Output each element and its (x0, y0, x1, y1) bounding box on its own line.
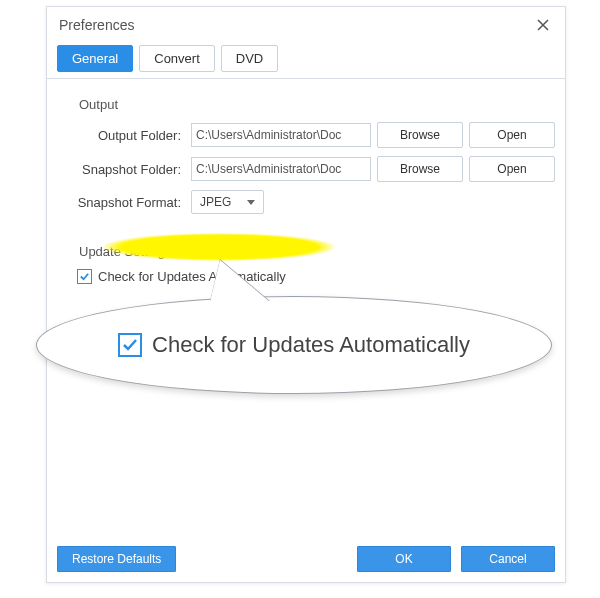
chevron-down-icon (247, 200, 255, 205)
snapshot-open-button[interactable]: Open (469, 156, 555, 182)
callout-body: Check for Updates Automatically (36, 296, 552, 394)
tab-dvd[interactable]: DVD (221, 45, 278, 72)
titlebar: Preferences (47, 7, 565, 39)
snapshot-format-row: Snapshot Format: JPEG (65, 190, 555, 214)
snapshot-format-select[interactable]: JPEG (191, 190, 264, 214)
check-updates-row: Check for Updates Automatically (77, 269, 555, 284)
check-icon (122, 337, 138, 353)
callout-tail (210, 260, 270, 302)
output-group-label: Output (79, 97, 555, 112)
callout-label: Check for Updates Automatically (152, 332, 470, 358)
callout-checkbox (118, 333, 142, 357)
output-folder-label: Output Folder: (71, 128, 185, 143)
dialog-footer: Restore Defaults OK Cancel (57, 546, 555, 572)
output-browse-button[interactable]: Browse (377, 122, 463, 148)
snapshot-folder-input[interactable] (191, 157, 371, 181)
check-updates-checkbox[interactable] (77, 269, 92, 284)
snapshot-folder-row: Snapshot Folder: Browse Open (65, 156, 555, 182)
tab-convert[interactable]: Convert (139, 45, 215, 72)
check-icon (79, 271, 90, 282)
ok-button[interactable]: OK (357, 546, 451, 572)
snapshot-folder-label: Snapshot Folder: (71, 162, 185, 177)
tab-bar: General Convert DVD (47, 39, 565, 72)
snapshot-format-label: Snapshot Format: (71, 195, 185, 210)
output-folder-input[interactable] (191, 123, 371, 147)
restore-defaults-button[interactable]: Restore Defaults (57, 546, 176, 572)
cancel-button[interactable]: Cancel (461, 546, 555, 572)
window-title: Preferences (59, 17, 134, 33)
snapshot-format-value: JPEG (200, 195, 231, 209)
highlight-ellipse (103, 233, 335, 261)
callout-annotation: Check for Updates Automatically (36, 286, 550, 394)
output-folder-row: Output Folder: Browse Open (65, 122, 555, 148)
snapshot-browse-button[interactable]: Browse (377, 156, 463, 182)
close-button[interactable] (533, 15, 553, 35)
close-icon (537, 19, 549, 31)
tab-general[interactable]: General (57, 45, 133, 72)
output-open-button[interactable]: Open (469, 122, 555, 148)
